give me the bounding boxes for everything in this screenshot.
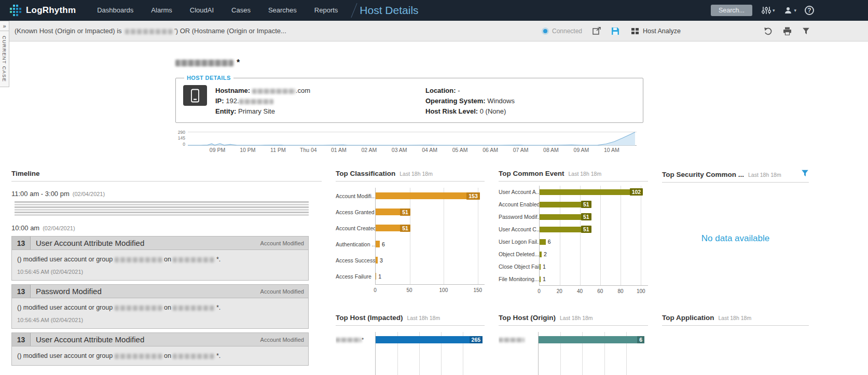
nav-item-dashboards[interactable]: Dashboards <box>88 0 142 21</box>
sparkline-chart[interactable] <box>188 131 637 147</box>
host-title-star: * <box>237 58 240 67</box>
timeline-event-card[interactable]: 13 User Account Attribute Modified Accou… <box>11 332 309 366</box>
chart-bar[interactable]: 6 <box>539 336 644 343</box>
chart-value-label: 153 <box>466 192 480 200</box>
event-title: Password Modified <box>31 285 107 298</box>
collapsed-event-stack[interactable] <box>15 201 309 216</box>
filter-funnel-icon[interactable] <box>802 27 810 35</box>
panel-filter-icon[interactable] <box>801 170 809 177</box>
chart-category-label: Object Deleted... <box>499 248 539 260</box>
chart-bar[interactable]: 102 <box>540 189 643 195</box>
event-description: () modified user account or group on *. <box>17 255 303 263</box>
event-title: User Account Attribute Modified <box>31 237 149 249</box>
search-button[interactable]: Search... <box>711 5 752 16</box>
chart-category-label: Access Granted <box>336 204 375 220</box>
title-separator <box>351 3 357 18</box>
nav-item-reports[interactable]: Reports <box>306 0 347 21</box>
save-search-icon[interactable] <box>611 27 619 35</box>
panel-title: Top Host (Origin) <box>499 314 556 322</box>
chart-bar[interactable] <box>376 257 378 263</box>
hostname-field: Hostname: .com <box>215 86 425 95</box>
redacted-label <box>336 338 362 342</box>
top-host-impacted-chart[interactable]: *265 <box>336 329 485 375</box>
event-card-header[interactable]: 13 Password Modified Account Modified <box>12 285 308 298</box>
chart-bar[interactable] <box>540 252 542 257</box>
panel-period: Last 18h 18m <box>407 315 440 321</box>
user-icon[interactable] <box>784 6 792 15</box>
timeline-event-card[interactable]: 13 Password Modified Account Modified ()… <box>11 284 309 329</box>
search-filter-bar: (Known Host (Origin or Impacted) is ') O… <box>0 21 868 41</box>
event-timestamp: 10:56:45 AM (02/04/2021) <box>17 317 303 323</box>
event-count-badge: 13 <box>12 237 31 249</box>
host-analyze-icon <box>631 27 639 35</box>
chart-bar[interactable] <box>376 273 376 280</box>
print-icon[interactable] <box>783 27 792 35</box>
host-device-icon <box>183 85 207 106</box>
chart-category-label: Account Enabled <box>499 198 539 211</box>
chart-bar[interactable]: 51 <box>540 227 591 232</box>
chart-bar[interactable]: 51 <box>540 202 591 207</box>
current-case-tab[interactable]: » CURRENT CASE <box>0 21 9 87</box>
chart-value-label: 102 <box>630 188 643 196</box>
chart-value-label: 6 <box>548 239 551 245</box>
event-timestamp: 10:56:45 AM (02/04/2021) <box>17 269 303 275</box>
main-content: * HOST DETAILS Hostname: .com IP: 192. E… <box>0 58 868 375</box>
redacted-host-value <box>125 29 173 34</box>
chart-bar[interactable]: 51 <box>376 225 410 231</box>
nav-item-cloudai[interactable]: CloudAI <box>181 0 223 21</box>
chart-value-label: 265 <box>470 336 483 343</box>
timeline-event-card[interactable]: 13 User Account Attribute Modified Accou… <box>11 236 309 281</box>
expand-case-panel-icon[interactable]: » <box>0 21 9 31</box>
chart-bar[interactable]: 153 <box>376 192 480 199</box>
event-card-header[interactable]: 13 User Account Attribute Modified Accou… <box>12 237 308 250</box>
page-title: Host Details <box>360 4 418 17</box>
help-icon[interactable]: ? <box>805 6 814 15</box>
axis-tick-label: 20 <box>557 288 562 294</box>
nav-item-cases[interactable]: Cases <box>223 0 259 21</box>
chevron-down-icon[interactable]: ▾ <box>773 8 775 13</box>
event-description: () modified user account or group on *. <box>17 352 303 360</box>
chart-value-label: 51 <box>400 225 410 232</box>
chart-bar[interactable] <box>540 239 546 245</box>
nav-item-searches[interactable]: Searches <box>259 0 306 21</box>
host-analyze-button[interactable]: Host Analyze <box>631 27 681 35</box>
chart-category-label: Close Object Fai... <box>499 260 539 273</box>
chart-bar[interactable]: 265 <box>376 336 483 343</box>
event-card-header[interactable]: 13 User Account Attribute Modified Accou… <box>12 333 308 346</box>
search-query[interactable]: (Known Host (Origin or Impacted) is ') O… <box>15 27 286 35</box>
chart-bar[interactable]: 51 <box>376 209 410 215</box>
entity-field: Entity: Primary Site <box>215 107 425 116</box>
query-text-suffix: ') OR (Hostname (Origin or Impacte... <box>174 27 286 35</box>
axis-tick-label: 40 <box>577 288 583 294</box>
activity-sparkline: 290 145 0 09 PM10 PM 11 PMThu 04 01 AM02… <box>175 131 868 153</box>
filter-sliders-icon[interactable] <box>762 6 771 15</box>
logrhythm-logo[interactable]: LogRhythm <box>9 4 76 17</box>
chevron-down-icon[interactable]: ▾ <box>794 8 796 13</box>
chart-category-label: Access Success <box>336 252 375 268</box>
top-classification-chart[interactable]: Account Modifi...Access GrantedAccount C… <box>336 185 485 294</box>
chart-bar[interactable] <box>376 241 380 247</box>
top-host-origin-chart[interactable]: 6 <box>499 329 648 375</box>
chart-value-label: 1 <box>543 276 546 282</box>
nav-item-alarms[interactable]: Alarms <box>142 0 181 21</box>
timeline-group-label: 10:00 am(02/04/2021) <box>11 223 322 232</box>
chart-bar[interactable] <box>540 276 541 282</box>
chart-bar[interactable]: 51 <box>540 214 591 220</box>
host-details-panel: HOST DETAILS Hostname: .com IP: 192. Ent… <box>175 75 643 123</box>
panel-top-common-event: Top Common Event Last 18h 18m User Accou… <box>499 170 648 314</box>
panel-top-host-impacted: Top Host (Impacted) Last 18h 18m *265 <box>336 314 485 375</box>
redacted-account <box>115 305 162 311</box>
chart-category-label: User Logon Fail... <box>499 235 539 248</box>
panel-period: Last 18h 18m <box>399 171 433 177</box>
top-common-event-chart[interactable]: User Account A...Account EnabledPassword… <box>499 185 648 295</box>
panel-title: Top Application <box>662 314 714 322</box>
host-analyze-label: Host Analyze <box>643 27 681 35</box>
timeline-group-label: 11:00 am - 3:00 pm(02/04/2021) <box>11 189 322 198</box>
chart-value-label: 51 <box>581 226 591 233</box>
redacted-hostname <box>252 89 296 94</box>
os-field: Operating System: Windows <box>425 96 636 106</box>
undo-icon[interactable] <box>764 27 773 35</box>
host-title: * <box>175 58 868 67</box>
open-new-window-icon[interactable] <box>593 27 601 35</box>
chart-bar[interactable] <box>540 264 541 270</box>
